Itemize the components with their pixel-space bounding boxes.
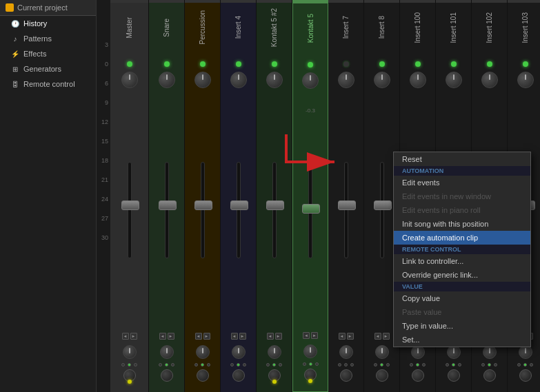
peak-knob-insert100[interactable] xyxy=(412,369,424,382)
peak-knob-insert7[interactable] xyxy=(340,369,352,382)
sidebar-item-patterns[interactable]: ♪ Patterns xyxy=(0,31,96,46)
fader-handle-insert8[interactable] xyxy=(374,200,392,210)
peak-knob-insert101[interactable] xyxy=(448,369,460,382)
fader-track-snare[interactable] xyxy=(165,162,169,258)
arrow-right-snare[interactable]: ► xyxy=(168,333,174,340)
arrow-right-kontakt52[interactable]: ► xyxy=(275,333,282,340)
arrow-right-insert4[interactable]: ► xyxy=(239,333,246,340)
led-kontakt52[interactable] xyxy=(272,61,277,67)
ctx-item-override-generic[interactable]: Override generic link... xyxy=(394,268,530,282)
ctx-item-type-in-value[interactable]: Type in value... xyxy=(394,319,530,333)
led-insert4[interactable] xyxy=(236,61,241,67)
led-insert101[interactable] xyxy=(451,61,457,67)
arrow-left-insert7[interactable]: ◄ xyxy=(339,333,346,340)
sidebar-item-remote-control[interactable]: 🎛 Remote control xyxy=(0,76,96,92)
led-insert7[interactable] xyxy=(343,61,349,67)
pan-knob-master[interactable] xyxy=(123,345,137,359)
pan-knob-insert4[interactable] xyxy=(232,345,246,359)
fader-track-percussion[interactable] xyxy=(201,162,205,258)
sidebar-item-effects[interactable]: ⚡ Effects xyxy=(0,46,96,61)
led-insert100[interactable] xyxy=(415,61,421,67)
pan-knob-kontakt52[interactable] xyxy=(268,345,281,359)
peak-knob-kontakt5[interactable] xyxy=(304,369,317,381)
arrow-right-insert8[interactable]: ► xyxy=(383,333,390,340)
peak-knob-insert103[interactable] xyxy=(519,369,532,382)
knob-master[interactable] xyxy=(121,72,138,88)
arrow-left-percussion[interactable]: ◄ xyxy=(195,333,202,340)
knob-snare[interactable] xyxy=(159,72,175,88)
channel-percussion: Percussion ◄ ► xyxy=(185,0,221,392)
arrow-left-snare[interactable]: ◄ xyxy=(159,333,166,340)
pan-knob-kontakt5[interactable] xyxy=(303,344,317,358)
knob-insert101[interactable] xyxy=(446,72,462,88)
sidebar-item-history[interactable]: 🕐 History xyxy=(0,16,96,31)
pan-knob-insert102[interactable] xyxy=(483,345,497,359)
pan-knob-insert100[interactable] xyxy=(411,345,425,359)
arrow-left-insert4[interactable]: ◄ xyxy=(231,333,238,340)
knob-insert103[interactable] xyxy=(517,72,534,88)
arrow-right-master[interactable]: ► xyxy=(130,333,137,340)
knob-percussion[interactable] xyxy=(194,72,211,88)
fader-track-kontakt5[interactable] xyxy=(308,162,312,258)
ctx-item-copy-value[interactable]: Copy value xyxy=(394,291,530,305)
knob-insert4[interactable] xyxy=(230,72,247,88)
arrow-left-kontakt5[interactable]: ◄ xyxy=(303,332,310,339)
project-icon xyxy=(6,3,14,12)
ctx-item-create-automation-clip[interactable]: Create automation clip xyxy=(394,231,530,245)
pan-knob-insert7[interactable] xyxy=(339,345,353,359)
pan-knob-percussion[interactable] xyxy=(196,345,210,359)
arrow-right-kontakt5[interactable]: ► xyxy=(311,332,318,339)
peak-knob-master[interactable] xyxy=(123,369,136,382)
fader-handle-master[interactable] xyxy=(121,200,139,210)
pan-knob-insert103[interactable] xyxy=(519,345,532,359)
knob-kontakt52[interactable] xyxy=(266,72,283,88)
fader-track-master[interactable] xyxy=(128,162,132,258)
knob-insert7[interactable] xyxy=(338,72,354,88)
knob-kontakt5[interactable] xyxy=(302,72,319,89)
ctx-item-reset[interactable]: Reset xyxy=(394,152,530,166)
fader-handle-insert7[interactable] xyxy=(338,200,356,210)
fader-handle-percussion[interactable] xyxy=(194,200,212,210)
ctx-item-init-song[interactable]: Init song with this position xyxy=(394,217,530,231)
led-master[interactable] xyxy=(127,61,132,67)
pan-knob-insert101[interactable] xyxy=(447,345,461,359)
peak-knob-percussion[interactable] xyxy=(197,369,209,382)
led-kontakt5[interactable] xyxy=(308,62,313,68)
fader-track-insert7[interactable] xyxy=(344,162,348,258)
peak-knob-insert4[interactable] xyxy=(232,369,245,382)
arrow-right-insert7[interactable]: ► xyxy=(347,333,354,340)
arrow-left-insert8[interactable]: ◄ xyxy=(374,333,381,340)
ctx-item-link-controller[interactable]: Link to controller... xyxy=(394,254,530,268)
led-insert102[interactable] xyxy=(487,61,492,67)
fader-handle-kontakt52[interactable] xyxy=(266,200,284,210)
dot xyxy=(530,363,533,367)
led-insert8[interactable] xyxy=(379,61,385,67)
fader-handle-snare[interactable] xyxy=(159,200,177,210)
bottom-percussion: ◄ ► xyxy=(185,330,220,392)
arrow-left-kontakt52[interactable]: ◄ xyxy=(267,333,274,340)
pan-knob-insert8[interactable] xyxy=(375,345,389,359)
sidebar-item-generators[interactable]: ⊞ Generators xyxy=(0,61,96,76)
fader-insert7 xyxy=(328,90,363,330)
knob-insert100[interactable] xyxy=(410,72,426,88)
ctx-item-set[interactable]: Set... xyxy=(394,333,530,347)
pan-knob-snare[interactable] xyxy=(160,345,174,359)
peak-knob-snare[interactable] xyxy=(161,369,173,382)
led-insert103[interactable] xyxy=(523,61,528,67)
fader-track-insert4[interactable] xyxy=(237,162,241,258)
knob-insert102[interactable] xyxy=(481,72,498,88)
peak-knob-kontakt52[interactable] xyxy=(268,369,281,382)
arrow-left-master[interactable]: ◄ xyxy=(122,333,129,340)
fader-handle-kontakt5[interactable] xyxy=(302,204,320,214)
peak-knob-insert102[interactable] xyxy=(483,369,496,382)
knob-insert8[interactable] xyxy=(374,72,390,88)
ctx-item-edit-events[interactable]: Edit events xyxy=(394,176,530,189)
led-snare[interactable] xyxy=(164,61,170,67)
peak-knob-insert8[interactable] xyxy=(376,369,388,382)
fader-track-kontakt52[interactable] xyxy=(272,162,277,258)
fader-handle-insert4[interactable] xyxy=(230,200,248,210)
fader-track-insert8[interactable] xyxy=(380,162,384,258)
dot xyxy=(309,362,312,366)
arrow-right-percussion[interactable]: ► xyxy=(203,333,210,340)
led-percussion[interactable] xyxy=(200,61,206,67)
